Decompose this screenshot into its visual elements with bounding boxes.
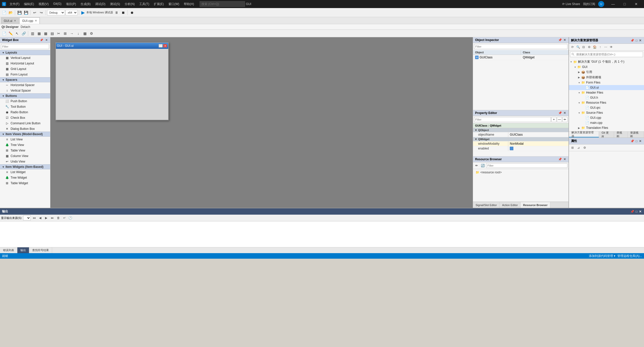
status-add-source[interactable]: 添加到源代码管理 ▾ — [589, 254, 615, 258]
tree-translation-files[interactable]: ▶ 📁 Translation Files — [569, 125, 644, 130]
oi-pin-icon[interactable]: 📌 — [558, 38, 562, 42]
menu-test[interactable]: 测试(S) — [108, 2, 122, 7]
sol-collapse-button[interactable]: ⊟ — [581, 45, 586, 50]
tree-source-files[interactable]: ▾ 📁 Source Files — [569, 110, 644, 115]
tree-solution[interactable]: ▾ 📁 解决方案 'GUI' (1 个项目，共 1 个) — [569, 59, 644, 64]
menu-build[interactable]: 生成(B) — [79, 2, 93, 7]
live-share-button[interactable]: ⟳ Live Share — [562, 2, 580, 6]
qt-layout-h[interactable]: ▥ — [29, 30, 35, 36]
gui-window[interactable]: GUI - GUI.ui — ✕ — [55, 42, 169, 120]
tab-action-editor[interactable]: Action Editor — [499, 202, 520, 208]
widget-box-close[interactable]: ✕ — [45, 38, 48, 42]
external-deps-expand-icon[interactable]: ▶ — [577, 76, 581, 79]
rb-close-icon[interactable]: ✕ — [563, 158, 566, 161]
rb-filter-input[interactable] — [486, 163, 567, 168]
sol-preview-button[interactable]: 👁 — [609, 45, 614, 50]
menu-view[interactable]: 视图(V) — [37, 2, 51, 7]
properties-expand-icon[interactable]: □ — [635, 139, 638, 143]
sol-settings-button[interactable]: ⚙ — [587, 45, 592, 50]
widget-horizontal-layout[interactable]: ▥ Horizontal Layout — [0, 61, 50, 66]
tree-resource-files[interactable]: ▾ 📁 Resource Files — [569, 100, 644, 105]
pe-enabled-checkbox[interactable] — [510, 147, 513, 150]
tree-gui-cpp[interactable]: 📄 GUI.cpp — [569, 115, 644, 120]
pause-button[interactable]: ⏸ — [114, 10, 120, 16]
sol-close-icon[interactable]: ✕ — [638, 39, 642, 42]
save-button[interactable]: 💾 — [16, 10, 22, 16]
output-source-select[interactable] — [23, 215, 31, 220]
gui-window-close[interactable]: ✕ — [163, 44, 167, 48]
tree-form-files[interactable]: ▾ 📁 Form Files — [569, 80, 644, 85]
menu-extensions[interactable]: 扩展(E) — [152, 2, 166, 7]
widget-radio-button[interactable]: ◉ Radio Button — [0, 109, 50, 115]
menu-project[interactable]: 项目(P) — [64, 2, 78, 7]
widget-tool-button[interactable]: 🔧 Tool Button — [0, 104, 50, 109]
sol-search-input[interactable] — [570, 52, 643, 57]
qt-layout-break[interactable]: ✂ — [56, 30, 62, 36]
gui-window-minimize[interactable]: — — [159, 44, 163, 48]
qt-edit-icon[interactable]: ✏️ — [8, 30, 14, 36]
tab-gui-ui-close[interactable]: ✕ — [14, 19, 16, 22]
menu-edit[interactable]: 编辑(E) — [22, 2, 36, 7]
pe-category-qwidget[interactable]: ▼ QWidget — [473, 137, 568, 141]
tab-class-view[interactable]: 类视图 — [614, 132, 628, 137]
open-button[interactable]: 📂 — [8, 10, 14, 16]
pe-close-icon[interactable]: ✕ — [563, 111, 566, 115]
sol-pin-icon[interactable]: 📌 — [630, 39, 635, 42]
qt-layout-f[interactable]: ▤ — [49, 30, 55, 36]
sol-sync-button[interactable]: ⟳ — [570, 45, 575, 50]
pe-pin-icon[interactable]: 📌 — [558, 111, 562, 115]
output-history-button[interactable]: 🕐 — [68, 215, 73, 220]
widget-v-spacer[interactable]: ↕ Vertical Spacer — [0, 88, 50, 93]
references-expand-icon[interactable]: ▶ — [577, 71, 581, 73]
pe-edit-filter-icon[interactable]: ✏ — [562, 117, 567, 122]
rb-edit-button[interactable]: ✏ — [474, 163, 479, 168]
qt-expand-v[interactable]: ↓ — [75, 30, 81, 36]
save-all-button[interactable]: 💾 — [23, 10, 29, 16]
qt-grid[interactable]: ▦ — [82, 30, 88, 36]
gui-project-expand-icon[interactable]: ▾ — [573, 66, 577, 68]
menu-file[interactable]: 文件(F) — [8, 2, 21, 7]
category-item-widgets[interactable]: ▼ Item Widgets (Item-Based) — [0, 164, 50, 169]
tab-output[interactable]: 输出 — [17, 247, 29, 253]
qt-layout-v[interactable]: ▦ — [36, 30, 42, 36]
tree-gui-ui[interactable]: 📄 GUI.ui — [569, 85, 644, 90]
widget-list-widget[interactable]: ≡ List Widget — [0, 169, 50, 175]
category-layouts[interactable]: ▼ Layouts — [0, 50, 50, 55]
properties-close-icon[interactable]: ✕ — [638, 139, 642, 143]
widget-tree-widget[interactable]: 🌲 Tree Widget — [0, 175, 50, 180]
tree-header-files[interactable]: ▾ 📁 Header Files — [569, 90, 644, 95]
pe-category-qobject[interactable]: ▼ QObject — [473, 128, 568, 132]
qt-file-icon[interactable]: 📄 — [1, 30, 7, 36]
qt-adjust[interactable]: ⊞ — [62, 30, 68, 36]
widget-box-filter-input[interactable] — [1, 44, 49, 49]
widget-grid-layout[interactable]: ▦ Grid Layout — [0, 66, 50, 72]
qt-select-icon[interactable]: ↖ — [14, 30, 20, 36]
tree-gui-h[interactable]: 📄 GUI.h — [569, 95, 644, 100]
run-button[interactable]: ▶ — [80, 9, 86, 16]
tab-resource-browser[interactable]: Resource Browser — [521, 202, 550, 208]
source-files-expand-icon[interactable]: ▾ — [577, 111, 581, 114]
search-input[interactable] — [200, 1, 245, 7]
menu-git[interactable]: Git(G) — [51, 2, 63, 7]
tree-gui-project[interactable]: ▾ 📁 GUI — [569, 64, 644, 69]
category-spacers[interactable]: ▼ Spacers — [0, 77, 50, 82]
tab-resource-view[interactable]: 资源视图 — [628, 132, 644, 137]
redo-button[interactable]: ↪ — [38, 10, 44, 16]
output-pin-icon[interactable]: 📌 — [630, 210, 635, 213]
qt-designer-detach[interactable]: Detach — [21, 25, 30, 29]
widget-box-pin[interactable]: 📌 — [39, 38, 44, 42]
tree-references[interactable]: ▶ 📦 引用 — [569, 69, 644, 75]
widget-tree-view[interactable]: 🌲 Tree View — [0, 142, 50, 148]
solution-expand-icon[interactable]: ▾ — [569, 60, 573, 63]
tab-error-list[interactable]: 错误列表 — [0, 247, 17, 253]
new-file-button[interactable]: 📄 — [1, 10, 7, 16]
sol-home-button[interactable]: 🏠 — [592, 45, 597, 50]
widget-dialog-button-box[interactable]: ✕ Dialog Button Box — [0, 126, 50, 132]
tree-main-cpp[interactable]: 📄 main.cpp — [569, 120, 644, 125]
pe-row-enabled[interactable]: enabled — [473, 146, 568, 151]
widget-column-view[interactable]: ▦ Column View — [0, 153, 50, 159]
oi-filter-input[interactable] — [474, 44, 567, 49]
widget-push-button[interactable]: ⬜ Push Button — [0, 98, 50, 104]
undo-button[interactable]: ↩ — [32, 10, 38, 16]
prop-grid-view-button[interactable]: ⊞ — [570, 145, 575, 150]
